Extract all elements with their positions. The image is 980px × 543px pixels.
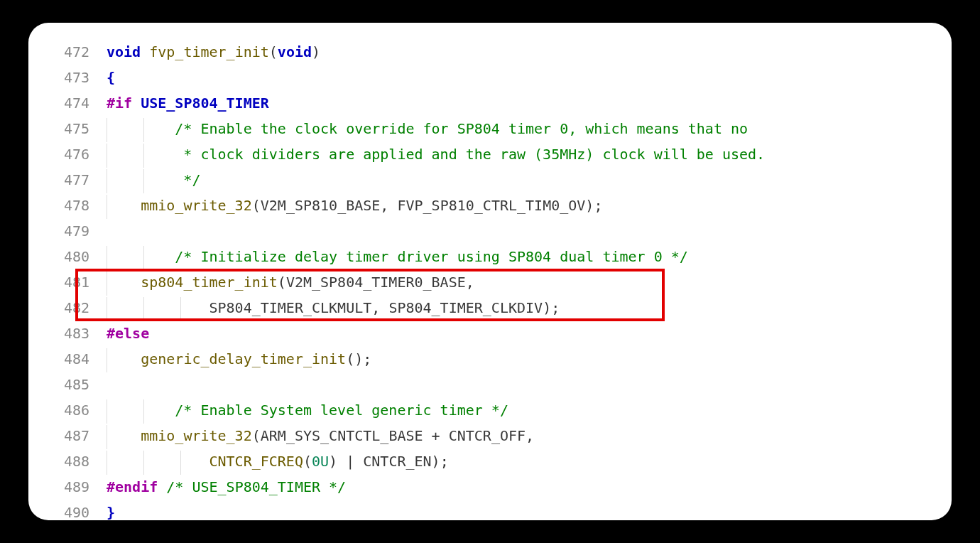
line-content[interactable]: CNTCR_FCREQ(0U) | CNTCR_EN); [107, 449, 449, 473]
line-number: 481 [28, 270, 107, 294]
line-number: 480 [28, 244, 107, 269]
token-ident: V2M_SP810_BASE [261, 197, 381, 214]
indent-guide [143, 297, 144, 321]
token-punct: + [423, 427, 449, 444]
indent-space [107, 248, 175, 265]
line-content[interactable]: #endif /* USE_SP804_TIMER */ [107, 475, 346, 499]
line-number: 479 [28, 219, 107, 243]
code-line[interactable]: 483#else [28, 321, 923, 347]
code-line[interactable]: 487 mmio_write_32(ARM_SYS_CNTCTL_BASE + … [28, 424, 923, 449]
code-line[interactable]: 475 /* Enable the clock override for SP8… [28, 117, 923, 142]
indent-space [107, 453, 209, 470]
indent-space [107, 197, 141, 214]
indent-space [107, 274, 141, 291]
token-comment: /* USE_SP804_TIMER */ [166, 478, 346, 495]
code-line[interactable]: 481 sp804_timer_init(V2M_SP804_TIMER0_BA… [28, 270, 923, 296]
token-fn: CNTCR_FCREQ [209, 453, 303, 470]
token-comment: * clock dividers are applied and the raw… [175, 146, 765, 163]
indent-guide [107, 195, 107, 219]
token-fn: sp804_timer_init [141, 274, 278, 291]
code-line[interactable]: 479 [28, 219, 923, 244]
line-number: 487 [28, 424, 107, 448]
code-line[interactable]: 482 SP804_TIMER_CLKMULT, SP804_TIMER_CLK… [28, 296, 923, 321]
indent-space [107, 171, 175, 188]
token-punct: ) | [329, 453, 363, 470]
token-comment: /* Initialize delay timer driver using S… [175, 248, 687, 265]
token-punct: , [466, 274, 474, 291]
token-num: 0U [312, 453, 329, 470]
line-content[interactable]: void fvp_timer_init(void) [107, 40, 320, 64]
code-line[interactable]: 480 /* Initialize delay timer driver usi… [28, 244, 923, 270]
indent-guide [107, 451, 107, 475]
indent-guide [107, 144, 107, 168]
line-content[interactable]: sp804_timer_init(V2M_SP804_TIMER0_BASE, [107, 270, 474, 294]
token-ident: CNTCR_EN [363, 453, 431, 470]
code-line[interactable]: 484 generic_delay_timer_init(); [28, 347, 923, 372]
token-punct: ( [252, 197, 261, 214]
line-number: 477 [28, 168, 107, 192]
indent-space [107, 146, 175, 163]
code-line[interactable]: 489#endif /* USE_SP804_TIMER */ [28, 475, 923, 500]
code-line[interactable]: 488 CNTCR_FCREQ(0U) | CNTCR_EN); [28, 449, 923, 475]
token-fn: fvp_timer_init [149, 43, 269, 60]
line-content[interactable]: mmio_write_32(ARM_SYS_CNTCTL_BASE + CNTC… [107, 424, 534, 448]
token-brace: { [107, 69, 115, 86]
line-number: 473 [28, 65, 107, 90]
token-punct: ( [252, 427, 261, 444]
code-line[interactable]: 490} [28, 500, 923, 520]
line-content[interactable]: SP804_TIMER_CLKMULT, SP804_TIMER_CLKDIV)… [107, 296, 560, 320]
code-line[interactable]: 485 [28, 372, 923, 398]
line-number: 489 [28, 475, 107, 499]
indent-guide [180, 297, 181, 321]
indent-guide [180, 451, 181, 475]
indent-guide [143, 399, 144, 424]
line-content[interactable]: /* Enable the clock override for SP804 t… [107, 117, 748, 141]
token-ident: ARM_SYS_CNTCTL_BASE [261, 427, 423, 444]
token-punct: ); [543, 299, 560, 316]
indent-guide [107, 399, 107, 424]
indent-guide [107, 348, 107, 372]
token-type: void [107, 43, 149, 60]
line-content[interactable]: { [107, 65, 115, 90]
line-number: 490 [28, 500, 107, 520]
token-punct: ( [303, 453, 312, 470]
token-punct: ( [269, 43, 278, 60]
line-number: 485 [28, 372, 107, 397]
line-content[interactable]: * clock dividers are applied and the raw… [107, 142, 765, 166]
line-content[interactable]: #else [107, 321, 149, 345]
code-line[interactable]: 486 /* Enable System level generic timer… [28, 398, 923, 424]
token-ident: CNTCR_OFF [449, 427, 526, 444]
line-content[interactable]: */ [107, 168, 200, 192]
line-content[interactable]: /* Initialize delay timer driver using S… [107, 244, 688, 269]
line-content[interactable]: mmio_write_32(V2M_SP810_BASE, FVP_SP810_… [107, 193, 602, 217]
indent-guide [143, 169, 144, 193]
line-content[interactable]: } [107, 500, 115, 520]
token-ident: SP804_TIMER_CLKDIV [388, 299, 543, 316]
indent-space [107, 402, 175, 419]
code-editor-panel: 472void fvp_timer_init(void)473{474#if U… [28, 23, 952, 520]
code-line[interactable]: 472void fvp_timer_init(void) [28, 40, 923, 65]
code-line[interactable]: 473{ [28, 65, 923, 91]
line-content[interactable]: #if USE_SP804_TIMER [107, 91, 269, 115]
indent-guide [143, 144, 144, 168]
line-content[interactable]: /* Enable System level generic timer */ [107, 398, 508, 422]
code-line[interactable]: 476 * clock dividers are applied and the… [28, 142, 923, 168]
indent-guide [107, 118, 107, 142]
code-line[interactable]: 478 mmio_write_32(V2M_SP810_BASE, FVP_SP… [28, 193, 923, 219]
indent-guide [107, 297, 107, 321]
code-line[interactable]: 477 */ [28, 168, 923, 193]
code-area[interactable]: 472void fvp_timer_init(void)473{474#if U… [28, 40, 923, 520]
indent-guide [143, 246, 144, 270]
line-number: 474 [28, 91, 107, 115]
indent-guide [143, 118, 144, 142]
indent-guide [107, 425, 107, 449]
line-number: 478 [28, 193, 107, 217]
code-line[interactable]: 474#if USE_SP804_TIMER [28, 91, 923, 117]
token-ident: V2M_SP804_TIMER0_BASE [286, 274, 466, 291]
indent-guide [107, 246, 107, 270]
token-ident: FVP_SP810_CTRL_TIM0_OV [397, 197, 585, 214]
line-content[interactable]: generic_delay_timer_init(); [107, 347, 371, 371]
line-number: 484 [28, 347, 107, 371]
indent-space [107, 350, 141, 367]
line-number: 488 [28, 449, 107, 473]
